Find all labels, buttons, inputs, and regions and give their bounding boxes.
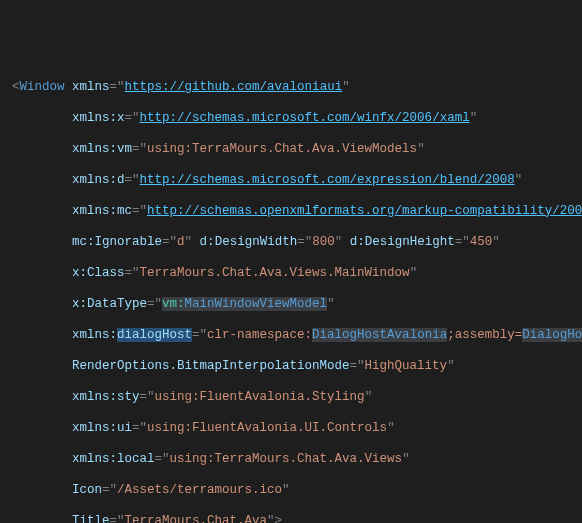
code-line[interactable]: mc:Ignorable="d" d:DesignWidth="800" d:D… (4, 235, 582, 251)
code-line[interactable]: xmlns:dialogHost="clr-namespace:DialogHo… (4, 328, 582, 344)
code-editor[interactable]: <Window xmlns="https://github.com/avalon… (0, 62, 582, 523)
selected-text: dialogHost (117, 328, 192, 342)
code-line[interactable]: xmlns:mc="http://schemas.openxmlformats.… (4, 204, 582, 220)
code-line[interactable]: xmlns:ui="using:FluentAvalonia.UI.Contro… (4, 421, 582, 437)
code-line[interactable]: xmlns:local="using:TerraMours.Chat.Ava.V… (4, 452, 582, 468)
code-line[interactable]: x:DataType="vm:MainWindowViewModel" (4, 297, 582, 313)
code-line[interactable]: <Window xmlns="https://github.com/avalon… (4, 80, 582, 96)
url-link[interactable]: http://schemas.microsoft.com/winfx/2006/… (140, 111, 470, 125)
url-link[interactable]: https://github.com/avaloniaui (125, 80, 343, 94)
code-line[interactable]: Title="TerraMours.Chat.Ava"> (4, 514, 582, 524)
url-link[interactable]: http://schemas.microsoft.com/expression/… (140, 173, 515, 187)
code-line[interactable]: xmlns:d="http://schemas.microsoft.com/ex… (4, 173, 582, 189)
code-line[interactable]: xmlns:sty="using:FluentAvalonia.Styling" (4, 390, 582, 406)
code-line[interactable]: Icon="/Assets/terramours.ico" (4, 483, 582, 499)
code-line[interactable]: xmlns:vm="using:TerraMours.Chat.Ava.View… (4, 142, 582, 158)
code-line[interactable]: x:Class="TerraMours.Chat.Ava.Views.MainW… (4, 266, 582, 282)
code-line[interactable]: xmlns:x="http://schemas.microsoft.com/wi… (4, 111, 582, 127)
code-line[interactable]: RenderOptions.BitmapInterpolationMode="H… (4, 359, 582, 375)
url-link[interactable]: http://schemas.openxmlformats.org/markup… (147, 204, 582, 218)
